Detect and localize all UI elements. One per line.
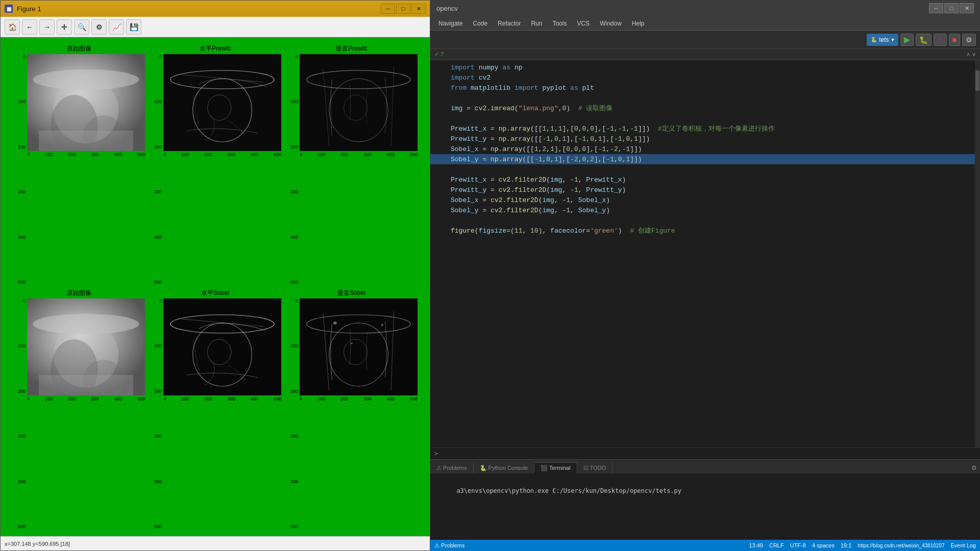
subplot-3: 垂直Prewitt 0100200300400500 (283, 42, 420, 287)
menu-run[interactable]: Run (527, 19, 546, 28)
figure-icon: ▦ (5, 5, 13, 13)
figure-toolbar: 🏠 ← → ✛ 🔍 ⚙ 📈 💾 (1, 17, 430, 37)
figure-title: Figure 1 (17, 5, 41, 13)
tab-terminal[interactable]: ⬛ Terminal (534, 462, 577, 473)
bottom-problems: ⚠ Problems (434, 542, 465, 549)
subplot-2-yaxis: 0100200300400500 (149, 54, 163, 285)
subplot-4-yaxis: 0100200300400500 (13, 298, 27, 529)
code-line-15: Sobel_y = cv2.filter2D(img, -1, Sobel_y) (430, 205, 980, 215)
code-header-arrows[interactable]: ∧ ∨ (966, 51, 976, 58)
subplot-6-xaxis: 0100200300400500 (300, 395, 418, 402)
terminal-command: a3\envs\opencv\python.exe C:/Users/kun/D… (456, 487, 681, 494)
debug-button[interactable]: 🐛 (916, 34, 932, 46)
svg-point-40 (350, 342, 353, 344)
code-line-16 (430, 215, 980, 226)
code-content: import numpy as np import cv2 from matpl… (430, 60, 980, 447)
subplot-5-title: 水平Sobel (201, 289, 229, 297)
terminal-tabs: ⚠ Problems 🐍 Python Console ⬛ Terminal ☑… (430, 459, 980, 473)
svg-rect-26 (163, 298, 281, 395)
svg-rect-13 (300, 54, 418, 151)
ide-panel: opencv ─ □ ✕ Navigate Code Refactor Run … (430, 0, 980, 551)
subplot-6-title: 垂直Sobel (337, 289, 365, 297)
back-button[interactable]: ← (22, 19, 37, 35)
line-button[interactable]: 📈 (109, 19, 124, 35)
bottom-utf8: UTF-8 (790, 542, 806, 548)
code-line-14: Sobel_x = cv2.filter2D(img, -1, Sobel_x) (430, 195, 980, 205)
subplot-6: 垂直Sobel 0100200300400500 (283, 287, 420, 531)
menu-refactor[interactable]: Refactor (494, 19, 525, 28)
svg-point-38 (333, 321, 337, 324)
ide-close-button[interactable]: ✕ (960, 3, 974, 13)
subplot-1-title: 原始图像 (67, 44, 91, 53)
subplot-3-xaxis: 0100200300400500 (300, 151, 418, 157)
maximize-button[interactable]: □ (396, 4, 410, 14)
plot-grid: 原始图像 0100200300400500 (1, 37, 430, 536)
status-text: x=307.148 y=590.695 [18] (5, 541, 70, 547)
subplot-2-title: 水平Prewitt (200, 44, 231, 53)
terminal-content: a3\envs\opencv\python.exe C:/Users/kun/D… (430, 473, 980, 540)
run-config-icon: 🐍 (871, 37, 877, 42)
menu-vcs[interactable]: VCS (573, 19, 594, 28)
save-button[interactable]: 💾 (126, 19, 141, 35)
code-line-8: Prewitt_y = np.array([[-1,0,1],[-1,0,1],… (430, 134, 980, 144)
code-header: ✓ 7 ∧ ∨ (430, 49, 980, 60)
run-config[interactable]: 🐍 tets ▾ (867, 34, 898, 46)
tab-problems[interactable]: ⚠ Problems (430, 462, 474, 473)
code-line-7: Prewitt_x = np.array([[1,1,1],[0,0,0],[-… (430, 123, 980, 134)
code-line-3: from matplotlib import pyplot as plt (430, 83, 980, 93)
menu-navigate[interactable]: Navigate (434, 19, 467, 28)
bottom-bar-right: 13:49 CRLF UTF-8 4 spaces 19:1 https://b… (749, 542, 976, 548)
subplot-3-image (300, 54, 418, 151)
subplot-5-yaxis: 0100200300400500 (149, 298, 163, 529)
forward-button[interactable]: → (39, 19, 55, 35)
menu-help[interactable]: Help (628, 19, 649, 28)
subplot-1: 原始图像 0100200300400500 (11, 42, 147, 287)
bottom-timestamp: 13:49 (749, 542, 763, 548)
zoom-button[interactable]: 🔍 (74, 19, 89, 35)
subplot-4-image (27, 298, 145, 395)
settings-gear-button[interactable]: ⚙ (962, 34, 976, 46)
code-line-2: import cv2 (430, 72, 980, 83)
tab-todo[interactable]: ☑ TODO (577, 462, 612, 473)
menu-window[interactable]: Window (596, 19, 626, 28)
ide-title-bar: opencv ─ □ ✕ (430, 0, 980, 16)
subplot-6-yaxis: 0100200300400500 (285, 298, 300, 529)
home-button[interactable]: 🏠 (5, 19, 20, 35)
bottom-line-col: 19:1 (841, 542, 851, 548)
subplot-6-image (300, 298, 418, 395)
menu-tools[interactable]: Tools (548, 19, 571, 28)
code-scroll-thumb[interactable] (975, 70, 979, 91)
settings-button[interactable]: ⚙ (91, 19, 107, 35)
svg-point-39 (381, 324, 383, 326)
svg-rect-6 (39, 131, 133, 151)
code-line-12: Prewitt_x = cv2.filter2D(img, -1, Prewit… (430, 174, 980, 185)
profile-button[interactable]: ⏱ (934, 34, 947, 46)
move-button[interactable]: ✛ (57, 19, 72, 35)
run-button[interactable]: ▶ (900, 34, 914, 46)
code-line-10: Sobel_y = np.array([[-1,0,1],[-2,0,2],[-… (430, 154, 980, 164)
terminal-prompt-char: > (434, 450, 438, 457)
bottom-url: https://blog.csdn.net/weixin_43810207 (857, 543, 944, 548)
subplot-2: 水平Prewitt 0100200300400500 (147, 42, 283, 287)
figure-status-bar: x=307.148 y=590.695 [18] (1, 536, 430, 550)
ide-maximize-button[interactable]: □ (944, 3, 959, 13)
subplot-4: 原始图像 0100200300400500 (11, 287, 147, 531)
code-line-5: img = cv2.imread("lena.png",0) # 读取图像 (430, 103, 980, 113)
code-scrollbar[interactable] (975, 60, 980, 447)
ide-minimize-button[interactable]: ─ (929, 3, 943, 13)
terminal-settings-button[interactable]: ⚙ (968, 462, 980, 473)
svg-rect-25 (39, 375, 133, 395)
code-line-1: import numpy as np (430, 62, 980, 72)
code-line-9: Sobel_x = np.array([[1,2,1],[0,0,0],[-1,… (430, 144, 980, 154)
code-header-checks: ✓ 7 (434, 51, 444, 58)
figure-canvas: 原始图像 0100200300400500 (1, 37, 430, 536)
close-button[interactable]: ✕ (411, 4, 426, 14)
stop-button[interactable]: ■ (949, 34, 960, 46)
terminal-line-2: a3\envs\opencv\python.exe C:/Users/kun/D… (434, 475, 976, 506)
bottom-bar-left: ⚠ Problems (434, 542, 465, 549)
tab-python-console[interactable]: 🐍 Python Console (474, 462, 535, 473)
bottom-crlf: CRLF (769, 542, 784, 548)
menu-code[interactable]: Code (469, 19, 492, 28)
subplot-5-xaxis: 0100200300400500 (163, 395, 281, 402)
minimize-button[interactable]: ─ (381, 4, 395, 14)
